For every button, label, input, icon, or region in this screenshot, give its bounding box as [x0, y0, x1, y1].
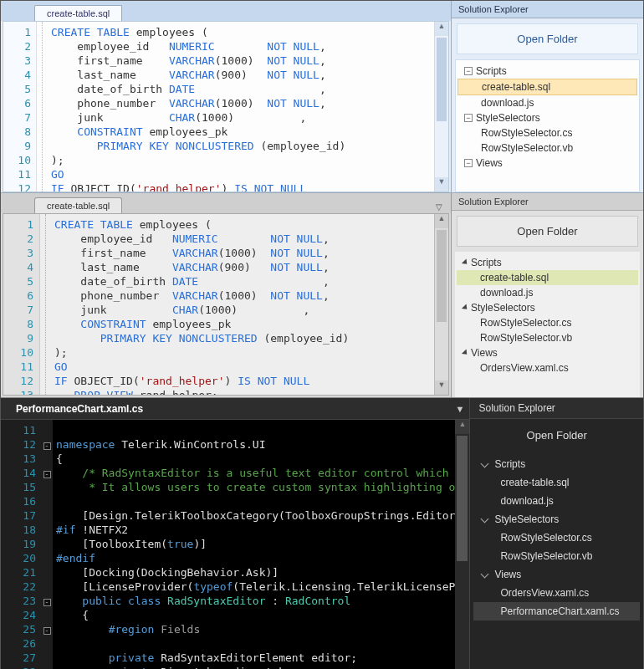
tree-file[interactable]: download.js [457, 285, 638, 300]
tab-bar: PerformanceChart.xaml.cs ▼ [1, 398, 469, 420]
tree-file[interactable]: download.js [473, 492, 640, 510]
chevron-down-icon[interactable] [481, 459, 489, 467]
tab-dropdown-icon[interactable]: ▼ [456, 404, 465, 414]
tree-folder-scripts[interactable]: Scripts [473, 455, 640, 473]
editor-column: create-table.sql 123456789101112 CREATE … [1, 1, 451, 192]
tree-file[interactable]: download.js [457, 95, 637, 110]
collapse-icon[interactable]: − [464, 159, 473, 167]
tree-file[interactable]: OrdersView.xaml.cs [473, 584, 640, 602]
tree-file[interactable]: create-table.sql [457, 270, 638, 285]
code-area[interactable]: 123456789101112 CREATE TABLE employees (… [3, 21, 449, 192]
tree-folder-views[interactable]: −Views [457, 156, 637, 171]
line-gutter: 123456789101112 [3, 22, 37, 192]
tree-folder-styleselectors[interactable]: StyleSelectors [473, 510, 640, 529]
scroll-down-icon[interactable]: ▼ [435, 380, 448, 395]
line-gutter: 1112131415161718192021222324252627282930 [1, 420, 41, 669]
file-tree[interactable]: Scripts create-table.sql download.js Sty… [470, 452, 643, 669]
scroll-up-icon[interactable]: ▲ [435, 214, 448, 228]
theme-grey-panel: create-table.sql ▽ 12345678910111213 CRE… [1, 193, 643, 398]
theme-dark-panel: PerformanceChart.xaml.cs ▼ 1112131415161… [1, 398, 643, 669]
file-tree[interactable]: Scripts create-table.sql download.js Sty… [455, 252, 640, 397]
code-text[interactable]: namespace Telerik.WinControls.UI{ /* Rad… [53, 420, 455, 669]
collapse-icon[interactable]: − [464, 67, 473, 75]
tree-file[interactable]: RowStyleSelector.cs [457, 315, 638, 330]
tab-bar: create-table.sql ▽ [1, 193, 451, 213]
editor-tab[interactable]: create-table.sql [34, 197, 122, 213]
tree-folder-scripts[interactable]: −Scripts [457, 64, 637, 79]
line-gutter: 12345678910111213 [3, 214, 40, 395]
tree-folder-views[interactable]: Views [473, 565, 640, 584]
chevron-down-icon[interactable] [462, 258, 469, 266]
collapse-icon[interactable]: − [464, 114, 473, 122]
vertical-scrollbar[interactable]: ▲▼ [455, 420, 469, 669]
editor-tab[interactable]: PerformanceChart.xaml.cs [8, 400, 151, 418]
code-text[interactable]: CREATE TABLE employees ( employee_id NUM… [42, 22, 434, 192]
tree-file[interactable]: OrdersView.xaml.cs [457, 360, 638, 375]
tree-folder-styleselectors[interactable]: −StyleSelectors [457, 110, 637, 125]
editor-column: create-table.sql ▽ 12345678910111213 CRE… [1, 193, 451, 397]
fold-gutter: - - - - [41, 420, 53, 669]
fold-icon[interactable]: - [43, 599, 51, 606]
tab-dropdown-icon[interactable]: ▽ [431, 201, 447, 213]
code-text[interactable]: CREATE TABLE employees ( employee_id NUM… [45, 214, 434, 395]
chevron-down-icon[interactable] [462, 304, 469, 311]
open-folder-button[interactable]: Open Folder [457, 23, 638, 54]
solution-explorer: Solution Explorer Open Folder −Scripts c… [451, 1, 643, 192]
scroll-down-icon[interactable]: ▼ [435, 177, 448, 192]
fold-icon[interactable]: - [43, 627, 51, 635]
scroll-thumb[interactable] [437, 230, 447, 322]
editor-tab[interactable]: create-table.sql [34, 5, 122, 21]
chevron-down-icon[interactable] [481, 514, 489, 523]
scroll-up-icon[interactable]: ▲ [455, 420, 469, 434]
solution-explorer: Solution Explorer Open Folder Scripts cr… [451, 193, 643, 397]
vertical-scrollbar[interactable]: ▲▼ [434, 22, 448, 192]
chevron-down-icon[interactable] [462, 349, 469, 356]
tree-file[interactable]: create-table.sql [473, 473, 640, 492]
tab-bar: create-table.sql [1, 1, 451, 21]
fold-icon[interactable]: - [43, 471, 51, 478]
theme-light-panel: create-table.sql 123456789101112 CREATE … [1, 1, 643, 193]
open-folder-button[interactable]: Open Folder [457, 216, 638, 247]
code-area[interactable]: 12345678910111213 CREATE TABLE employees… [3, 213, 449, 396]
tree-folder-views[interactable]: Views [457, 345, 638, 360]
editor-column: PerformanceChart.xaml.cs ▼ 1112131415161… [1, 398, 469, 669]
vertical-scrollbar[interactable]: ▲▼ [434, 214, 448, 395]
tree-file[interactable]: create-table.sql [457, 79, 637, 95]
tree-file[interactable]: RowStyleSelector.cs [473, 529, 640, 547]
panel-title: Solution Explorer [470, 398, 643, 419]
tree-file[interactable]: RowStyleSelector.vb [473, 547, 640, 565]
chevron-down-icon[interactable] [481, 569, 489, 578]
tree-file[interactable]: PerformanceChart.xaml.cs [473, 602, 640, 620]
tree-folder-styleselectors[interactable]: StyleSelectors [457, 300, 638, 315]
tree-file[interactable]: RowStyleSelector.vb [457, 330, 638, 345]
scroll-thumb[interactable] [457, 436, 468, 561]
fold-icon[interactable]: - [43, 442, 51, 450]
file-tree[interactable]: −Scripts create-table.sql download.js −S… [455, 59, 640, 192]
panel-title: Solution Explorer [452, 1, 643, 18]
panel-title: Solution Explorer [452, 193, 643, 211]
solution-explorer: Solution Explorer Open Folder Scripts cr… [469, 398, 643, 669]
tree-folder-scripts[interactable]: Scripts [457, 255, 638, 270]
tree-file[interactable]: RowStyleSelector.cs [457, 125, 637, 140]
scroll-thumb[interactable] [437, 38, 447, 121]
open-folder-button[interactable]: Open Folder [470, 419, 643, 452]
code-area[interactable]: 1112131415161718192021222324252627282930… [1, 420, 469, 669]
tree-file[interactable]: RowStyleSelector.vb [457, 140, 637, 156]
scroll-up-icon[interactable]: ▲ [435, 22, 448, 36]
